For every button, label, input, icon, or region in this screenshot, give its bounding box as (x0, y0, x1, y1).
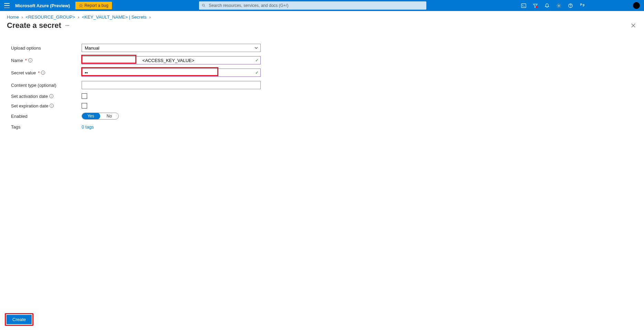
name-input[interactable] (82, 56, 261, 64)
page-title-text: Create a secret (7, 21, 61, 30)
info-icon[interactable]: i (41, 71, 45, 75)
menu-icon[interactable] (4, 3, 10, 8)
svg-point-4 (536, 6, 538, 8)
chevron-right-icon: › (21, 14, 23, 20)
breadcrumb: Home › <RESOURCE_GROUP> › <KEY_VAULT_NAM… (0, 11, 644, 20)
search-input[interactable] (199, 1, 426, 10)
breadcrumb-secrets[interactable]: <KEY_VAULT_NAME> | Secrets (82, 14, 147, 20)
directory-filter-icon[interactable] (532, 3, 538, 8)
footer: Create (0, 313, 33, 326)
page-title: Create a secret ··· (7, 21, 69, 30)
content-type-input[interactable] (82, 81, 261, 89)
activation-date-text: Set activation date (11, 94, 48, 99)
settings-icon[interactable] (556, 3, 561, 8)
report-bug-button[interactable]: Report a bug (75, 2, 112, 9)
content-type-label: Content type (optional) (11, 83, 82, 88)
enabled-label: Enabled (11, 114, 82, 119)
info-icon[interactable]: i (50, 104, 54, 108)
chevron-right-icon: › (78, 14, 79, 20)
topbar: Microsoft Azure (Preview) Report a bug (0, 0, 644, 11)
activation-date-checkbox[interactable] (82, 93, 87, 99)
upload-options-label: Upload options (11, 45, 82, 51)
name-label-text: Name (11, 58, 23, 63)
avatar[interactable] (633, 2, 640, 9)
notifications-icon[interactable] (544, 3, 550, 8)
create-secret-form: Upload options Manual Name* i ✓ Secret v… (0, 30, 644, 130)
secret-value-input-wrap: ✓ (82, 69, 261, 77)
svg-point-5 (558, 5, 559, 6)
info-icon[interactable]: i (49, 94, 53, 98)
feedback-icon[interactable] (579, 3, 585, 8)
chevron-right-icon: › (149, 14, 150, 20)
expiration-date-text: Set expiration date (11, 103, 48, 109)
breadcrumb-home[interactable]: Home (7, 14, 19, 20)
svg-point-0 (80, 5, 82, 7)
activation-date-label: Set activation date i (11, 94, 82, 99)
name-label: Name* i (11, 58, 82, 63)
toggle-no[interactable]: No (100, 113, 119, 119)
info-icon[interactable]: i (28, 58, 32, 62)
expiration-date-checkbox[interactable] (82, 103, 87, 109)
upload-options-value[interactable]: Manual (82, 44, 261, 52)
highlight-box: Create (5, 313, 33, 326)
more-icon[interactable]: ··· (65, 23, 70, 28)
tags-link[interactable]: 0 tags (82, 124, 94, 130)
top-icons (521, 3, 585, 8)
bug-icon (79, 3, 83, 8)
secret-value-label-text: Secret value (11, 70, 36, 75)
expiration-date-label: Set expiration date i (11, 103, 82, 109)
report-bug-label: Report a bug (84, 3, 108, 8)
cloud-shell-icon[interactable] (521, 3, 526, 8)
close-icon[interactable] (630, 22, 637, 29)
search-container (199, 1, 426, 10)
svg-rect-3 (521, 3, 526, 7)
create-button[interactable]: Create (7, 315, 32, 324)
enabled-toggle[interactable]: Yes No (82, 113, 119, 120)
upload-options-dropdown[interactable]: Manual (82, 44, 261, 52)
required-asterisk: * (25, 58, 27, 63)
toggle-yes[interactable]: Yes (82, 113, 100, 120)
secret-value-input[interactable] (82, 69, 261, 77)
name-input-wrap: ✓ (82, 56, 261, 64)
required-asterisk: * (38, 70, 40, 75)
breadcrumb-resource-group[interactable]: <RESOURCE_GROUP> (25, 14, 75, 20)
brand-label[interactable]: Microsoft Azure (Preview) (15, 3, 70, 8)
help-icon[interactable] (568, 3, 573, 8)
tags-label: Tags (11, 124, 82, 130)
secret-value-label: Secret value* i (11, 70, 82, 75)
